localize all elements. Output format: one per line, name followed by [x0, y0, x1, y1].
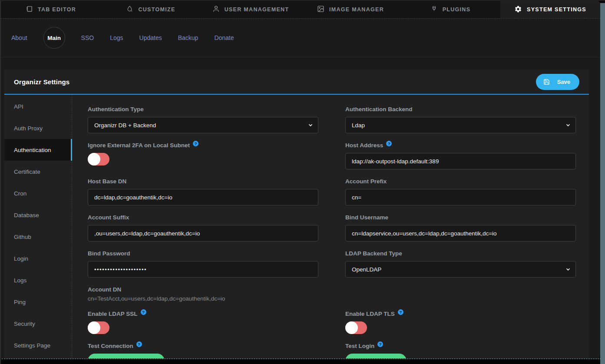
nav-label: PLUGINS: [443, 7, 471, 13]
sidebar-item-certificate[interactable]: Certificate: [4, 161, 72, 182]
enable-ldap-tls-toggle[interactable]: [345, 321, 367, 334]
save-label: Save: [557, 79, 570, 85]
sidebar-item-database[interactable]: Database: [4, 204, 72, 226]
help-icon[interactable]: ?: [136, 341, 142, 347]
sidebar-item-cron[interactable]: Cron: [4, 182, 72, 204]
ldap-backend-type-select[interactable]: OpenLDAP: [345, 261, 576, 278]
field-authentication-backend: Authentication Backend Ldap: [345, 106, 576, 133]
field-enable-ldap-ssl: Enable LDAP SSL ?: [88, 311, 318, 334]
sidebar-item-api[interactable]: API: [4, 96, 72, 117]
chevron-down-icon: [307, 122, 314, 128]
field-label: Account DN: [88, 286, 318, 293]
field-account-suffix: Account Suffix: [88, 214, 318, 242]
account-suffix-input[interactable]: [88, 225, 318, 242]
selected-value: Ldap: [352, 122, 365, 129]
field-label-text: Enable LDAP SSL: [88, 311, 138, 317]
field-label: Account Suffix: [88, 214, 318, 221]
tab-backup[interactable]: Backup: [178, 34, 198, 41]
field-label: LDAP Backend Type: [345, 250, 576, 257]
sidebar-item-authentication[interactable]: Authentication: [4, 139, 72, 161]
test-connection-button[interactable]: Test Connection: [88, 354, 165, 358]
field-label: Host Address ?: [345, 142, 576, 149]
tab-about[interactable]: About: [11, 34, 27, 41]
paint-drop-icon: [126, 5, 133, 14]
sidebar-item-auth-proxy[interactable]: Auth Proxy: [4, 117, 72, 139]
enable-ldap-ssl-toggle[interactable]: [88, 321, 109, 334]
tab-logs[interactable]: Logs: [110, 34, 123, 41]
field-test-connection: Test Connection ? Test Connection: [88, 343, 318, 358]
floppy-save-icon: [543, 79, 550, 85]
account-dn-value: cn=TestAcct,ou=users,dc=ldap,dc=goauthen…: [88, 295, 318, 302]
help-icon[interactable]: ?: [398, 309, 403, 315]
help-icon[interactable]: ?: [386, 141, 392, 146]
nav-user-management[interactable]: USER MANAGEMENT: [201, 1, 301, 18]
window-edge-strip: [600, 3, 605, 364]
field-bind-username: Bind Username: [345, 214, 576, 242]
ignore-2fa-toggle[interactable]: [88, 153, 109, 165]
tab-donate[interactable]: Donate: [214, 34, 234, 41]
organizr-settings-panel: Organizr Settings Save API Auth Proxy Au…: [4, 69, 589, 358]
help-icon[interactable]: ?: [193, 141, 198, 146]
field-label-text: Host Address: [345, 142, 383, 149]
nav-label: USER MANAGEMENT: [225, 7, 289, 13]
field-label: Enable LDAP TLS ?: [345, 311, 576, 317]
nav-system-settings[interactable]: SYSTEM SETTINGS: [500, 1, 600, 18]
tab-main[interactable]: Main: [43, 27, 65, 49]
field-label: Test Login ?: [345, 343, 576, 349]
save-button[interactable]: Save: [536, 74, 579, 90]
help-icon[interactable]: ?: [141, 309, 146, 315]
bind-username-input[interactable]: [345, 225, 576, 242]
toggle-knob: [345, 321, 358, 334]
account-prefix-input[interactable]: [345, 189, 576, 205]
nav-label: CUSTOMIZE: [138, 7, 175, 13]
nav-image-manager[interactable]: IMAGE MANAGER: [301, 1, 400, 18]
plug-icon: [430, 5, 438, 14]
test-login-button[interactable]: Test Login: [345, 354, 407, 358]
nav-label: SYSTEM SETTINGS: [527, 7, 586, 13]
authentication-backend-select[interactable]: Ldap: [345, 117, 576, 133]
sidebar-item-logs[interactable]: Logs: [4, 269, 72, 291]
selected-value: OpenLDAP: [352, 266, 381, 273]
selected-value: Organizr DB + Backend: [94, 122, 156, 129]
sidebar-item-settings-page[interactable]: Settings Page: [4, 334, 72, 356]
tab-updates[interactable]: Updates: [139, 34, 162, 41]
nav-customize[interactable]: CUSTOMIZE: [101, 1, 201, 18]
sidebar-item-ping[interactable]: Ping: [4, 291, 72, 313]
nav-label: IMAGE MANAGER: [329, 7, 384, 13]
field-label: Authentication Type: [88, 106, 318, 113]
field-label: Test Connection ?: [88, 343, 318, 349]
panel-body: API Auth Proxy Authentication Certificat…: [4, 95, 589, 358]
window-bottom-edge: [2, 358, 601, 359]
help-icon[interactable]: ?: [377, 341, 383, 347]
field-label: Authentication Backend: [345, 106, 576, 113]
image-icon: [317, 5, 324, 14]
field-ldap-backend-type: LDAP Backend Type OpenLDAP: [345, 250, 576, 278]
sidebar-item-github[interactable]: Github: [4, 226, 72, 248]
field-host-base-dn: Host Base DN: [88, 178, 318, 205]
field-account-dn: Account DN cn=TestAcct,ou=users,dc=ldap,…: [88, 286, 318, 302]
field-bind-password: Bind Password: [88, 250, 318, 278]
gear-icon: [514, 5, 522, 14]
bind-password-input[interactable]: [88, 261, 318, 278]
panel-header: Organizr Settings Save: [4, 69, 589, 95]
authentication-type-select[interactable]: Organizr DB + Backend: [88, 117, 318, 133]
chevron-down-icon: [565, 122, 571, 128]
authentication-form: Authentication Type Organizr DB + Backen…: [72, 95, 589, 358]
field-host-address: Host Address ?: [345, 142, 576, 169]
sidebar-item-security[interactable]: Security: [4, 313, 72, 334]
tab-sso[interactable]: SSO: [81, 34, 94, 41]
nav-tab-editor[interactable]: TAB EDITOR: [1, 1, 101, 18]
window-frame: TAB EDITOR CUSTOMIZE USER MANAGEMENT IMA…: [0, 0, 605, 364]
field-label-text: Enable LDAP TLS: [345, 311, 395, 317]
field-label: Ignore External 2FA on Local Subnet ?: [88, 142, 318, 149]
field-label: Bind Username: [345, 214, 576, 221]
host-base-dn-input[interactable]: [88, 189, 318, 205]
field-ignore-2fa: Ignore External 2FA on Local Subnet ?: [88, 142, 318, 169]
tab-editor-icon: [26, 5, 33, 14]
host-address-input[interactable]: [345, 153, 576, 169]
field-label-text: Test Login: [345, 343, 374, 349]
field-enable-ldap-tls: Enable LDAP TLS ?: [345, 311, 576, 334]
nav-plugins[interactable]: PLUGINS: [400, 1, 500, 18]
sidebar-item-login[interactable]: Login: [4, 248, 72, 269]
top-navigation: TAB EDITOR CUSTOMIZE USER MANAGEMENT IMA…: [1, 1, 600, 18]
